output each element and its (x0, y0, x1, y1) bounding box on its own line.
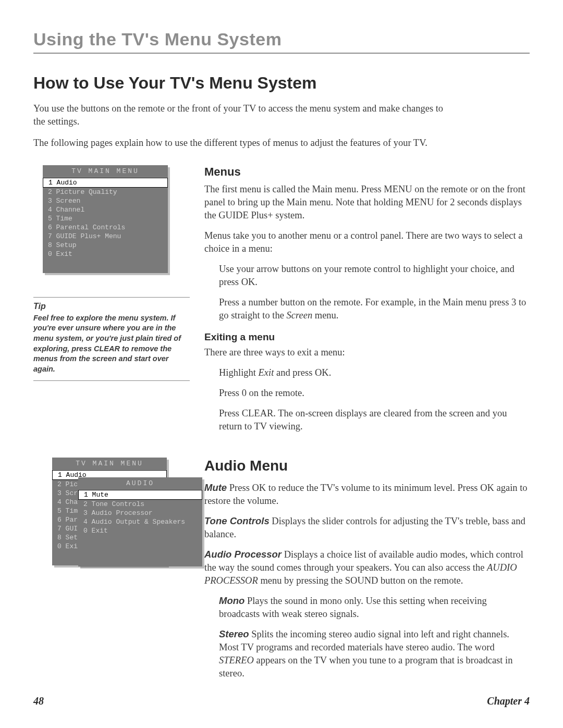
exit-opt2: Press 0 on the remote. (219, 387, 530, 400)
menus-heading: Menus (204, 165, 530, 179)
tv-menu-item: 3 Audio Processor (78, 509, 202, 517)
tv-main-menu-screenshot: TV MAIN MENU 1 Audio2 Picture Quality3 S… (43, 165, 168, 273)
tv-menu-item: 2 Tone Controls (78, 500, 202, 509)
tip-body: Feel free to explore the menu system. If… (33, 313, 190, 374)
tip-title: Tip (33, 302, 190, 311)
exit-opt3: Press CLEAR. The on-screen displays are … (219, 407, 530, 433)
processor-def: Audio Processor Displays a choice list o… (204, 548, 530, 587)
tone-def: Tone Controls Displays the slider contro… (204, 515, 530, 541)
menus-p2: Menus take you to another menu or a cont… (204, 229, 530, 255)
menus-section: TV MAIN MENU 1 Audio2 Picture Quality3 S… (33, 165, 530, 440)
tv-menu-item: 0 Exit (78, 526, 202, 535)
page-heading: How to Use Your TV's Menu System (33, 73, 530, 93)
tip-box: Tip Feel free to explore the menu system… (33, 297, 190, 381)
tv-back-title: TV MAIN MENU (52, 458, 167, 470)
tv-menu-title: TV MAIN MENU (43, 165, 168, 178)
exit-opt1: Highlight Exit and press OK. (219, 366, 530, 379)
intro-p2: The following pages explain how to use t… (33, 137, 445, 150)
menus-bullet1: Use your arrow buttons on your remote co… (219, 263, 530, 289)
page-footer: 48 Chapter 4 (33, 695, 530, 707)
stereo-def: Stereo Splits the incoming stereo audio … (219, 628, 530, 680)
intro-p1: You use the buttons on the remote or the… (33, 102, 445, 128)
tv-menu-item: 7 GUIDE Plus+ Menu (43, 232, 168, 241)
menus-bullet2: Press a number button on the remote. For… (219, 296, 530, 322)
tv-menu-item: 4 Audio Output & Speakers (78, 517, 202, 526)
exit-intro: There are three ways to exit a menu: (204, 346, 530, 359)
tv-menu-item: 2 Picture Quality (43, 188, 168, 196)
tv-audio-menu-screenshot: TV MAIN MENU 1 Audio2 Pict3 Scre4 Chan5 … (33, 458, 190, 572)
tv-front-menu: AUDIO 1 Mute2 Tone Controls3 Audio Proce… (78, 477, 202, 566)
tv-menu-item: 4 Channel (43, 205, 168, 214)
tv-menu-item: 0 Exit (43, 250, 168, 258)
audio-heading: Audio Menu (204, 458, 530, 474)
tv-menu-item: 5 Time (43, 214, 168, 223)
page-number: 48 (33, 695, 44, 707)
tv-menu-item: 6 Parental Controls (43, 223, 168, 232)
intro-block: You use the buttons on the remote or the… (33, 102, 530, 150)
tv-menu-item: 1 Mute (78, 490, 202, 500)
exiting-heading: Exiting a menu (204, 331, 530, 343)
tv-front-title: AUDIO (78, 477, 202, 490)
chapter-title: Using the TV's Menu System (33, 29, 530, 54)
tv-menu-item: 1 Audio (43, 178, 168, 188)
mute-def: Mute Press OK to reduce the TV's volume … (204, 482, 530, 508)
chapter-label: Chapter 4 (487, 695, 530, 707)
tv-menu-item: 8 Setup (43, 241, 168, 250)
tv-menu-item: 3 Screen (43, 196, 168, 205)
menus-p1: The first menu is called the Main menu. … (204, 183, 530, 222)
mono-def: Mono Plays the sound in mono only. Use t… (219, 595, 530, 621)
audio-section: TV MAIN MENU 1 Audio2 Pict3 Scre4 Chan5 … (33, 458, 530, 687)
